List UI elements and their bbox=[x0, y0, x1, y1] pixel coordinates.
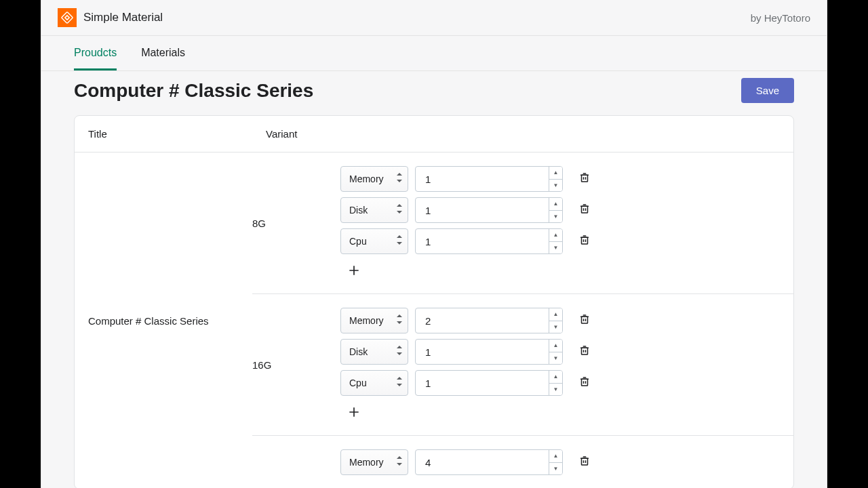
variant-row: 16GMemory▲▼Disk▲▼Cpu▲▼ bbox=[252, 294, 793, 436]
delete-material-button[interactable] bbox=[576, 375, 593, 391]
qty-decrement-button[interactable]: ▼ bbox=[549, 211, 562, 223]
topbar: Simple Material by HeyTotoro bbox=[41, 0, 827, 36]
material-type-select[interactable]: Cpu bbox=[340, 370, 408, 396]
delete-material-button[interactable] bbox=[576, 344, 593, 360]
qty-decrement-button[interactable]: ▼ bbox=[549, 384, 562, 396]
variant-row: 8GMemory▲▼Disk▲▼Cpu▲▼ bbox=[252, 152, 793, 294]
variant-row: Memory▲▼ bbox=[252, 436, 793, 488]
qty-increment-button[interactable]: ▲ bbox=[549, 371, 562, 384]
material-qty-input[interactable] bbox=[415, 449, 563, 475]
variant-name-cell: 16G bbox=[252, 308, 340, 422]
qty-increment-button[interactable]: ▲ bbox=[549, 450, 562, 463]
svg-rect-7 bbox=[582, 379, 588, 386]
material-line: Disk▲▼ bbox=[340, 339, 793, 365]
trash-icon bbox=[578, 344, 591, 359]
table-header: Title Variant bbox=[75, 116, 793, 152]
qty-decrement-button[interactable]: ▼ bbox=[549, 242, 562, 254]
variants-card: Title Variant Computer # Classic Series … bbox=[74, 115, 794, 488]
column-header-title: Title bbox=[88, 128, 266, 140]
qty-decrement-button[interactable]: ▼ bbox=[549, 463, 562, 475]
tab-label: Materials bbox=[141, 47, 185, 58]
delete-material-button[interactable] bbox=[576, 171, 593, 187]
material-type-select[interactable]: Memory bbox=[340, 166, 408, 192]
qty-decrement-button[interactable]: ▼ bbox=[549, 352, 562, 365]
product-title-cell: Computer # Classic Series bbox=[75, 152, 252, 488]
brand: Simple Material bbox=[58, 8, 163, 27]
qty-increment-button[interactable]: ▲ bbox=[549, 340, 562, 352]
material-line: Memory▲▼ bbox=[340, 308, 793, 333]
qty-increment-button[interactable]: ▲ bbox=[549, 308, 562, 321]
qty-increment-button[interactable]: ▲ bbox=[549, 167, 562, 180]
material-qty-input[interactable] bbox=[415, 197, 563, 223]
materials-cell: Memory▲▼Disk▲▼Cpu▲▼ bbox=[340, 166, 793, 280]
product-row: Computer # Classic Series 8GMemory▲▼Disk… bbox=[75, 152, 793, 488]
plus-icon bbox=[347, 264, 361, 280]
page-title: Computer # Classic Series bbox=[74, 80, 313, 102]
delete-material-button[interactable] bbox=[576, 233, 593, 249]
material-qty-input[interactable] bbox=[415, 370, 563, 396]
add-material-button[interactable] bbox=[346, 264, 362, 280]
variant-name-cell bbox=[252, 449, 340, 475]
trash-icon bbox=[578, 455, 591, 470]
material-type-select[interactable]: Cpu bbox=[340, 228, 408, 254]
tab-products[interactable]: Proudcts bbox=[74, 36, 117, 70]
trash-icon bbox=[578, 313, 591, 328]
material-type-select[interactable]: Memory bbox=[340, 308, 408, 333]
variant-name-cell: 8G bbox=[252, 166, 340, 280]
material-type-select[interactable]: Memory bbox=[340, 449, 408, 475]
svg-rect-2 bbox=[582, 175, 588, 182]
material-line: Cpu▲▼ bbox=[340, 228, 793, 254]
material-line: Disk▲▼ bbox=[340, 197, 793, 223]
material-qty-input[interactable] bbox=[415, 339, 563, 365]
material-line: Memory▲▼ bbox=[340, 449, 793, 475]
material-type-select[interactable]: Disk bbox=[340, 197, 408, 223]
delete-material-button[interactable] bbox=[576, 202, 593, 218]
column-header-variant: Variant bbox=[266, 128, 354, 140]
qty-increment-button[interactable]: ▲ bbox=[549, 198, 562, 211]
svg-rect-5 bbox=[582, 317, 588, 323]
delete-material-button[interactable] bbox=[576, 454, 593, 470]
trash-icon bbox=[578, 171, 591, 186]
qty-decrement-button[interactable]: ▼ bbox=[549, 321, 562, 333]
material-line: Cpu▲▼ bbox=[340, 370, 793, 396]
trash-icon bbox=[578, 203, 591, 218]
svg-rect-3 bbox=[582, 206, 588, 213]
trash-icon bbox=[578, 234, 591, 249]
app-title: Simple Material bbox=[83, 11, 163, 24]
svg-rect-1 bbox=[65, 16, 69, 20]
material-line: Memory▲▼ bbox=[340, 166, 793, 192]
trash-icon bbox=[578, 375, 591, 390]
material-qty-input[interactable] bbox=[415, 308, 563, 333]
save-button[interactable]: Save bbox=[741, 78, 794, 103]
add-material-button[interactable] bbox=[346, 405, 362, 422]
plus-icon bbox=[347, 405, 361, 422]
tab-label: Proudcts bbox=[74, 47, 117, 58]
svg-rect-8 bbox=[582, 458, 588, 465]
materials-cell: Memory▲▼Disk▲▼Cpu▲▼ bbox=[340, 308, 793, 422]
material-qty-input[interactable] bbox=[415, 228, 563, 254]
svg-rect-0 bbox=[62, 12, 73, 24]
svg-rect-6 bbox=[582, 348, 588, 354]
material-type-select[interactable]: Disk bbox=[340, 339, 408, 365]
tab-materials[interactable]: Materials bbox=[141, 36, 185, 70]
material-qty-input[interactable] bbox=[415, 166, 563, 192]
app-logo-icon bbox=[58, 8, 77, 27]
svg-rect-4 bbox=[582, 237, 588, 244]
delete-material-button[interactable] bbox=[576, 312, 593, 329]
materials-cell: Memory▲▼ bbox=[340, 449, 793, 475]
qty-increment-button[interactable]: ▲ bbox=[549, 229, 562, 242]
byline: by HeyTotoro bbox=[751, 12, 810, 24]
qty-decrement-button[interactable]: ▼ bbox=[549, 180, 562, 192]
tabs-row: Proudcts Materials bbox=[41, 36, 827, 71]
